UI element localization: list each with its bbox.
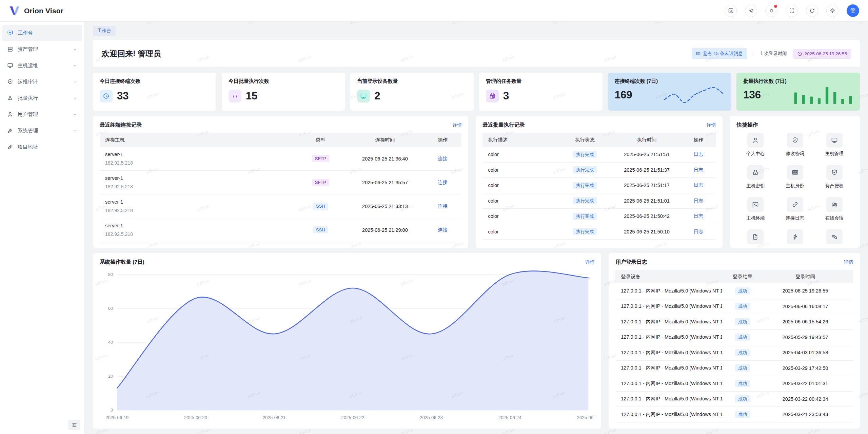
fullscreen-button[interactable] (786, 5, 798, 17)
sidebar-item-project-url[interactable]: 项目地址 (2, 139, 82, 155)
result-tag: 成功 (735, 380, 750, 387)
bar-sparkline (792, 84, 854, 106)
divider (753, 51, 753, 56)
quick-action-asset-grant[interactable]: 资产授权 (816, 165, 853, 189)
stats-row: 今日连接终端次数 33 今日批量执行次数 { } 15 (93, 73, 860, 111)
result-tag: 成功 (735, 411, 750, 418)
svg-text:2025-06-23: 2025-06-23 (420, 415, 443, 420)
quick-action-online-session[interactable]: 在线会话 (816, 197, 853, 221)
table-row: 127.0.0.1 - 内网IP - Mozilla/5.0 (Windows … (615, 330, 853, 345)
collapse-sidebar-button[interactable] (68, 420, 80, 430)
connect-link[interactable]: 连接 (438, 227, 447, 232)
breadcrumb-workbench[interactable]: 工作台 (93, 26, 116, 36)
sidebar-item-workbench[interactable]: 工作台 (2, 25, 82, 41)
login-detail-link[interactable]: 详情 (844, 259, 853, 265)
quick-action-host-key[interactable]: 主机密钥 (737, 165, 774, 189)
log-link[interactable]: 日志 (694, 198, 703, 203)
connect-link[interactable]: 连接 (438, 180, 447, 185)
monitor-icon (360, 93, 367, 99)
connect-link[interactable]: 连接 (438, 203, 447, 209)
terminal-detail-link[interactable]: 详情 (452, 122, 461, 128)
quick-action-command-exec[interactable]: 命令执行 (776, 229, 813, 248)
connect-link[interactable]: 连接 (438, 156, 447, 161)
quick-action-connect-log[interactable]: 连接日志 (776, 197, 813, 221)
main-content: adminadminadminadminadminadminadminadmin… (85, 22, 868, 434)
svg-text:2025-06-21: 2025-06-21 (263, 415, 286, 420)
table-row: 127.0.0.1 - 内网IP - Mozilla/5.0 (Windows … (615, 361, 853, 376)
user-avatar[interactable]: 管 (847, 4, 859, 17)
sidebar-item-assets[interactable]: 资产管理 (2, 41, 82, 57)
sidebar-item-batch[interactable]: 批量执行 (2, 90, 82, 106)
log-link[interactable]: 日志 (694, 151, 703, 157)
quick-action-host-manage[interactable]: 主机管理 (816, 133, 853, 157)
sidebar-item-system[interactable]: 系统管理 (2, 123, 82, 138)
table-header: 登录设备 登录结果 登录时间 (615, 270, 853, 283)
theme-button[interactable] (745, 5, 757, 17)
stat-card: 今日批量执行次数 { } 15 (222, 73, 345, 111)
svg-text:20: 20 (108, 374, 113, 379)
quick-action-host-terminal[interactable]: 主机终端 (737, 197, 774, 221)
chevron-down-icon (73, 47, 77, 52)
system-ops-chart-panel: 系统操作数量 (7日) 详情 0204060802025-06-192025-0… (93, 253, 601, 429)
braces-icon: { } (232, 93, 238, 99)
quick-action-personal-center[interactable]: 个人中心 (737, 133, 774, 157)
sidebar-item-users[interactable]: 用户管理 (2, 107, 82, 122)
dashed-line-sparkline (663, 84, 726, 106)
log-link[interactable]: 日志 (694, 182, 703, 188)
system-ops-area-chart: 0204060802025-06-192025-06-202025-06-212… (100, 270, 594, 422)
refresh-button[interactable] (806, 5, 818, 17)
top-header: Orion Visor (0, 0, 868, 22)
welcome-title: 欢迎回来! 管理员 (102, 49, 161, 59)
quick-action-host-identity[interactable]: 主机身份 (776, 165, 813, 189)
exec-table-body: color 执行完成 2025-06-25 21:51:51 日志 color … (482, 147, 716, 240)
chevron-down-icon (73, 63, 77, 68)
status-tag: 执行完成 (573, 213, 597, 220)
ops-chart-detail-link[interactable]: 详情 (585, 259, 594, 265)
quick-action-change-password[interactable]: 修改密码 (776, 133, 813, 157)
table-row: server-1 182.92.5.218 SSH 2025-06-25 21:… (100, 218, 461, 242)
unread-messages-badge[interactable]: 您有 15 条未读消息 (692, 48, 747, 59)
code-settings-button[interactable] (725, 5, 737, 17)
exec-detail-link[interactable]: 详情 (707, 122, 716, 128)
stat-card: 管理的任务数量 3 (479, 73, 603, 111)
result-tag: 成功 (735, 287, 750, 295)
sidebar-item-host-ops[interactable]: 主机运维 (2, 58, 82, 73)
app-logo: Orion Visor (9, 6, 63, 16)
table-row: color 执行完成 2025-06-25 21:50:10 日志 (482, 224, 716, 240)
panel-title: 系统操作数量 (7日) (100, 259, 144, 266)
middle-row: 最近终端连接记录 详情 连接主机 类型 连接时间 操作 server-1 (93, 116, 860, 248)
task-calendar-icon (489, 93, 496, 99)
chevron-down-icon (73, 112, 77, 117)
svg-text:80: 80 (108, 272, 113, 277)
panel-title: 快捷操作 (737, 121, 758, 129)
settings-button[interactable] (826, 5, 839, 17)
breadcrumb: 工作台 (93, 26, 860, 36)
quick-action-file-op-log[interactable]: 文件操作日志 (737, 229, 774, 248)
notifications-button[interactable] (765, 5, 777, 17)
svg-text:2025-06-22: 2025-06-22 (341, 415, 364, 420)
table-row: color 执行完成 2025-06-25 21:50:42 日志 (482, 209, 716, 224)
sidebar-item-audit[interactable]: 运维审计 (2, 74, 82, 90)
log-link[interactable]: 日志 (694, 213, 703, 219)
login-log-panel: 用户登录日志 详情 登录设备 登录结果 登录时间 127.0.0.1 - 内网I… (609, 253, 860, 429)
message-icon (696, 51, 701, 56)
table-row: color 执行完成 2025-06-25 21:51:37 日志 (482, 163, 716, 178)
quick-actions-panel: 快捷操作 个人中心 修改密码 (730, 116, 860, 248)
quick-action-exec-log[interactable]: 执行日志 (816, 229, 853, 248)
status-tag: 执行完成 (573, 151, 597, 158)
table-row: 127.0.0.1 - 内网IP - Mozilla/5.0 (Windows … (615, 314, 853, 330)
logo-mark (9, 6, 20, 16)
table-row: 127.0.0.1 - 内网IP - Mozilla/5.0 (Windows … (615, 392, 853, 407)
log-link[interactable]: 日志 (694, 167, 703, 172)
status-tag: 执行完成 (573, 166, 597, 173)
chevron-down-icon (73, 129, 77, 133)
terminal-records-panel: 最近终端连接记录 详情 连接主机 类型 连接时间 操作 server-1 (93, 116, 468, 248)
clock-icon (103, 93, 110, 99)
log-link[interactable]: 日志 (694, 229, 703, 234)
result-tag: 成功 (735, 395, 750, 402)
table-row: 127.0.0.1 - 内网IP - Mozilla/5.0 (Windows … (615, 376, 853, 392)
clock-icon (797, 51, 802, 56)
table-row: 127.0.0.1 - 内网IP - Mozilla/5.0 (Windows … (615, 345, 853, 361)
table-row: server-1 182.92.5.218 SSH 2025-06-25 21:… (100, 194, 461, 218)
sidebar-nav: 工作台 资产管理 主机运维 运维审计 (0, 25, 84, 155)
